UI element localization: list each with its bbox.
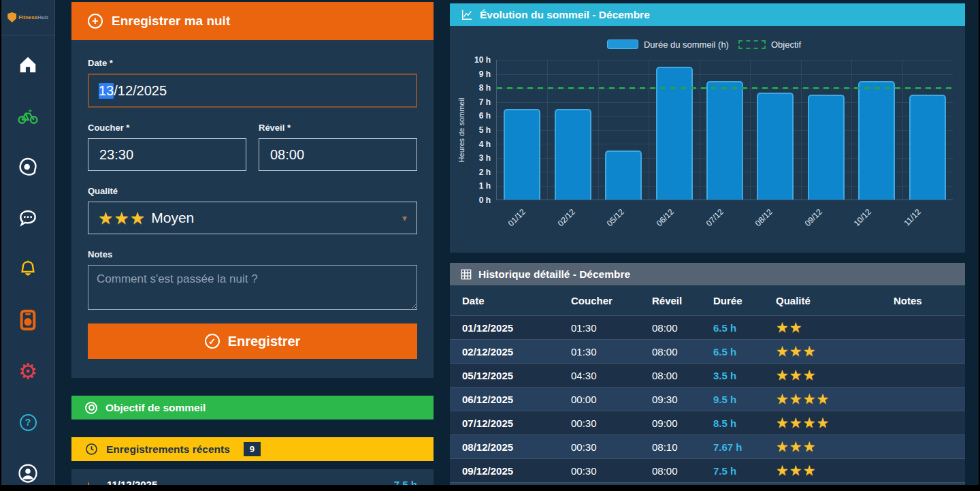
cell-stars: ★★★	[776, 483, 894, 486]
logo-text: FitnessHub	[18, 14, 48, 20]
cell-time: 00:30	[571, 483, 652, 486]
y-tick: 1 h	[479, 181, 491, 191]
coucher-input[interactable]	[88, 138, 246, 171]
sidebar-item-bike[interactable]	[16, 104, 39, 127]
y-axis-title: Heures de sommeil	[455, 60, 468, 200]
x-axis-label: 09/12	[802, 207, 823, 228]
cell-stars: ★★★★	[776, 411, 894, 435]
v-gridline	[598, 60, 599, 200]
table-row: 05/12/202504:3008:003.5 h★★★	[450, 364, 965, 387]
logo-shield-icon	[7, 12, 16, 22]
notes-textarea[interactable]	[88, 265, 417, 310]
cell-duree: 7.5 h	[713, 459, 776, 483]
qualite-select[interactable]: ★★★ Moyen ▾	[88, 202, 417, 234]
legend-duration[interactable]: Durée du sommeil (h)	[607, 39, 729, 50]
recent-records-panel: 11/12/2025 7.5 h	[71, 469, 434, 485]
legend-objective-swatch	[738, 40, 766, 49]
cell-duree: 9.5 h	[713, 387, 776, 411]
sidebar-item-profile[interactable]	[16, 462, 39, 485]
record-night-form: Date * 13/12/2025 Coucher * Réveil *	[71, 40, 434, 378]
recent-record-date: 11/12/2025	[107, 479, 157, 485]
legend-objective[interactable]: Objectif	[738, 39, 801, 50]
cell-date: 07/12/2025	[450, 411, 571, 435]
reveil-input[interactable]	[259, 138, 417, 171]
notes-label: Notes	[88, 249, 417, 259]
history-table-card: Historique détaillé - Décembre DateCouch…	[450, 263, 965, 485]
sidebar-item-help[interactable]: ?	[16, 411, 39, 434]
v-gridline	[700, 60, 700, 200]
column-header-réveil: Réveil	[652, 285, 713, 316]
v-gridline	[547, 60, 548, 200]
cell-time: 08:10	[652, 435, 713, 459]
recent-record-row[interactable]: 11/12/2025 7.5 h	[88, 479, 417, 485]
left-column: + Enregistrer ma nuit Date * 13/12/2025 …	[71, 2, 434, 485]
target-icon	[85, 402, 97, 414]
x-axis-label: 06/12	[655, 207, 676, 228]
coucher-label: Coucher *	[88, 123, 246, 133]
record-night-title: Enregistrer ma nuit	[112, 14, 230, 29]
cell-notes	[894, 411, 965, 435]
sleep-goal-section-header[interactable]: Objectif de sommeil	[71, 396, 434, 419]
recent-records-title: Enregistrements récents	[106, 443, 230, 456]
table-row: 01/12/202501:3008:006.5 h★★	[450, 316, 965, 340]
sleep-bar-01/12[interactable]	[504, 109, 540, 200]
qualite-value: Moyen	[151, 210, 194, 226]
app-logo: FitnessHub	[1, 0, 54, 35]
cell-date: 10/12/2025	[450, 483, 571, 486]
right-column: Évolution du sommeil - Décembre Durée du…	[450, 2, 965, 485]
sidebar-item-nutrition[interactable]	[16, 155, 39, 178]
cell-notes	[894, 387, 965, 411]
nutrition-icon	[17, 156, 39, 178]
sidebar-item-home[interactable]	[16, 53, 39, 76]
sleep-bar-11/12[interactable]	[909, 95, 946, 200]
cell-notes	[894, 483, 965, 486]
v-gridline	[649, 60, 649, 200]
history-table-title: Historique détaillé - Décembre	[478, 268, 630, 281]
table-row: 06/12/202500:0009:309.5 h★★★★	[450, 387, 965, 411]
cell-time: 00:30	[571, 435, 652, 459]
y-tick: 9 h	[479, 69, 491, 79]
chart-legend: Durée du sommeil (h) Objectif	[455, 38, 953, 50]
x-axis-label: 02/12	[556, 207, 577, 228]
sleep-bar-09/12[interactable]	[808, 95, 845, 200]
record-night-header[interactable]: + Enregistrer ma nuit	[71, 2, 434, 40]
sleep-bar-07/12[interactable]	[706, 81, 743, 200]
sleep-chart-card: Évolution du sommeil - Décembre Durée du…	[450, 3, 965, 253]
save-button[interactable]: ✓ Enregistrer	[88, 323, 417, 359]
recent-records-section-header[interactable]: Enregistrements récents 9	[71, 437, 434, 461]
v-gridline	[851, 60, 852, 200]
date-selected-segment: 13	[99, 83, 114, 99]
y-tick: 5 h	[479, 125, 491, 135]
date-input[interactable]: 13/12/2025	[88, 74, 417, 108]
date-rest: /12/2025	[114, 83, 167, 99]
y-tick: 8 h	[479, 83, 491, 93]
sidebar-item-notifications[interactable]	[16, 257, 39, 281]
y-tick: 10 h	[474, 55, 491, 65]
sleep-bar-08/12[interactable]	[757, 93, 794, 200]
cell-notes	[894, 364, 965, 387]
chevron-down-icon: ▾	[402, 212, 407, 223]
cell-time: 09:00	[652, 483, 713, 486]
cell-notes	[894, 435, 965, 459]
sidebar-item-settings[interactable]: ⚙	[16, 360, 39, 383]
sleep-bar-05/12[interactable]	[605, 151, 642, 200]
sleep-bar-10/12[interactable]	[858, 81, 895, 200]
table-row: 10/12/202500:3009:008.5 h★★★	[450, 483, 965, 486]
sidebar-item-messages[interactable]	[16, 206, 39, 229]
x-axis-label: 07/12	[704, 207, 725, 228]
cell-stars: ★★	[776, 316, 894, 340]
qualite-label: Qualité	[88, 186, 417, 196]
cell-stars: ★★★	[776, 435, 894, 459]
plot-zone: Heures de sommeil 0 h1 h2 h3 h4 h5 h6 h7…	[455, 60, 953, 200]
column-header-date: Date	[450, 285, 571, 316]
v-gridline	[801, 60, 802, 200]
sleep-bar-02/12[interactable]	[555, 109, 591, 200]
check-circle-icon: ✓	[205, 334, 220, 349]
date-label: Date *	[88, 58, 417, 68]
legend-objective-label: Objectif	[771, 39, 801, 50]
sleep-chart-title: Évolution du sommeil - Décembre	[480, 9, 650, 21]
sidebar-item-device[interactable]	[16, 308, 39, 332]
cell-date: 05/12/2025	[450, 364, 571, 387]
cell-time: 08:00	[652, 340, 713, 364]
cell-duree: 6.5 h	[713, 316, 776, 340]
